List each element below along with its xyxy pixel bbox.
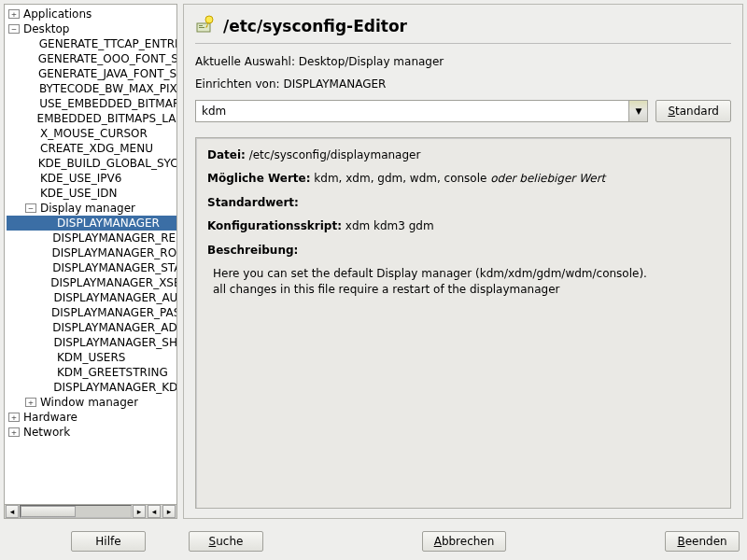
- expand-icon[interactable]: +: [25, 398, 36, 407]
- tree-item[interactable]: DISPLAYMANAGER_XSERVER_TCP_PORT_6000_OPE…: [7, 275, 176, 290]
- tree-item[interactable]: DISPLAYMANAGER_PASSWORD_LESS_LOGIN: [7, 305, 176, 320]
- info-desc-label: Beschreibung:: [207, 244, 298, 257]
- expander-spacer: [25, 84, 35, 93]
- scroll-track[interactable]: [20, 505, 132, 518]
- tree-item[interactable]: +Window manager: [7, 395, 176, 410]
- tree-item-label: DISPLAYMANAGER_XSERVER_TCP_PORT_6000_OPE…: [50, 275, 176, 290]
- tree-item-label: Applications: [23, 7, 92, 21]
- expander-spacer: [25, 54, 35, 63]
- scroll-right-button[interactable]: ▸: [133, 505, 146, 518]
- tree-item-label: X_MOUSE_CURSOR: [40, 126, 148, 141]
- tree-item[interactable]: DISPLAYMANAGER_STARTS_XSERVER: [7, 260, 176, 275]
- tree-item-label: DISPLAYMANAGER_STARTS_XSERVER: [52, 260, 176, 275]
- tree-item[interactable]: −Desktop: [7, 21, 176, 36]
- tree-item[interactable]: BYTECODE_BW_MAX_PIXEL: [7, 81, 176, 96]
- tree-item[interactable]: DISPLAYMANAGER_KDM_THEME: [7, 380, 176, 395]
- tree-item[interactable]: DISPLAYMANAGER_ROOT_LOGIN_REMOTE: [7, 245, 176, 260]
- expand-icon[interactable]: +: [8, 427, 20, 437]
- tree-item[interactable]: CREATE_XDG_MENU: [7, 141, 176, 156]
- value-input[interactable]: [196, 101, 628, 121]
- scroll-left-button[interactable]: ◂: [6, 505, 19, 518]
- expand-icon[interactable]: +: [8, 413, 20, 422]
- tree-item-label: DISPLAYMANAGER_ROOT_LOGIN_REMOTE: [51, 245, 176, 260]
- standard-button[interactable]: Standard: [655, 100, 731, 122]
- value-combobox[interactable]: ▼: [195, 100, 648, 122]
- info-default-label: Standardwert:: [207, 196, 299, 209]
- expander-spacer: [42, 353, 53, 362]
- current-selection-label: Aktuelle Auswahl:: [195, 55, 295, 68]
- tree-horizontal-scrollbar[interactable]: ◂ ▸ ◂ ▸: [4, 504, 177, 519]
- expand-icon[interactable]: +: [8, 9, 20, 19]
- expander-spacer: [25, 189, 36, 198]
- svg-rect-2: [199, 27, 204, 28]
- expander-spacer: [25, 114, 34, 123]
- tree-item[interactable]: X_MOUSE_CURSOR: [7, 126, 176, 141]
- expander-spacer: [42, 248, 48, 258]
- tree-item-label: DISPLAYMANAGER_KDM_THEME: [53, 380, 176, 395]
- title-separator: [195, 43, 731, 44]
- tree-item-label: KDE_USE_IDN: [40, 186, 117, 201]
- tree-item[interactable]: GENERATE_JAVA_FONT_SETUP: [7, 66, 176, 81]
- collapse-icon[interactable]: −: [8, 24, 20, 34]
- tree-item[interactable]: +Hardware: [7, 410, 176, 425]
- tree-item-label: CREATE_XDG_MENU: [40, 141, 153, 156]
- tree-item[interactable]: DISPLAYMANAGER_AUTOLOGIN: [7, 290, 176, 305]
- info-possible-label: Mögliche Werte:: [207, 172, 311, 185]
- tree-item[interactable]: +Network: [7, 425, 176, 440]
- tree-item[interactable]: EMBEDDED_BITMAPS_LANGUAGES: [7, 111, 176, 126]
- tree-item-label: DISPLAYMANAGER_AD_INTEGRATION: [52, 320, 176, 335]
- tree-item-label: Desktop: [23, 21, 70, 36]
- expander-spacer: [25, 69, 35, 78]
- collapse-icon[interactable]: −: [25, 203, 36, 213]
- chevron-down-icon: ▼: [635, 106, 641, 116]
- tree-item[interactable]: KDE_BUILD_GLOBAL_SYCOCRA: [7, 156, 176, 171]
- info-description: Here you can set the default Display man…: [213, 266, 719, 299]
- expander-spacer: [42, 233, 49, 243]
- tree-item[interactable]: GENERATE_OOO_FONT_SETUP: [7, 51, 176, 66]
- tree-item-label: Network: [23, 425, 70, 440]
- current-selection-line: Aktuelle Auswahl: Desktop/Display manage…: [195, 55, 731, 68]
- expander-spacer: [25, 99, 35, 108]
- tree-item[interactable]: KDE_USE_IDN: [7, 186, 176, 201]
- tree-item[interactable]: KDM_GREETSTRING: [7, 365, 176, 380]
- config-tree[interactable]: +Applications−DesktopGENERATE_TTCAP_ENTR…: [4, 4, 177, 504]
- tree-item[interactable]: DISPLAYMANAGER_REMOTE_ACCESS: [7, 231, 176, 245]
- expander-spacer: [25, 39, 35, 49]
- tree-item[interactable]: DISPLAYMANAGER: [7, 216, 176, 231]
- tree-item[interactable]: KDE_USE_IPV6: [7, 171, 176, 186]
- configure-label: Einrichten von:: [195, 77, 280, 91]
- expander-spacer: [25, 159, 35, 168]
- finish-button[interactable]: Beenden: [665, 531, 740, 552]
- config-tree-panel: +Applications−DesktopGENERATE_TTCAP_ENTR…: [4, 4, 177, 519]
- scroll-leftmost-button[interactable]: ◂: [148, 505, 161, 518]
- expander-spacer: [42, 218, 53, 228]
- info-script-label: Konfigurationsskript:: [207, 219, 342, 232]
- tree-item-label: KDM_GREETSTRING: [57, 365, 168, 380]
- tree-item-label: BYTECODE_BW_MAX_PIXEL: [39, 81, 176, 96]
- tree-item[interactable]: DISPLAYMANAGER_AD_INTEGRATION: [7, 320, 176, 335]
- info-possible-value: kdm, xdm, gdm, wdm, console: [314, 172, 486, 185]
- expander-spacer: [25, 174, 36, 183]
- tree-item-label: KDE_BUILD_GLOBAL_SYCOCRA: [38, 156, 176, 171]
- tree-item-label: GENERATE_OOO_FONT_SETUP: [38, 51, 176, 66]
- scroll-rightmost-button[interactable]: ▸: [162, 505, 176, 518]
- tree-item-label: KDE_USE_IPV6: [40, 171, 121, 186]
- cancel-button[interactable]: Abbrechen: [422, 531, 507, 552]
- svg-point-3: [205, 16, 213, 23]
- info-file-label: Datei:: [207, 148, 246, 161]
- tree-item-label: DISPLAYMANAGER_SHUTDOWN: [53, 335, 176, 350]
- tree-item-label: GENERATE_TTCAP_ENTRIES: [39, 36, 176, 51]
- tree-item[interactable]: −Display manager: [7, 201, 176, 216]
- configure-label-line: Einrichten von: DISPLAYMANAGER: [195, 77, 731, 91]
- search-button[interactable]: Suche: [189, 531, 263, 552]
- tree-item[interactable]: KDM_USERS: [7, 350, 176, 365]
- combobox-dropdown-button[interactable]: ▼: [628, 101, 647, 121]
- scroll-thumb[interactable]: [21, 506, 76, 517]
- tree-item[interactable]: +Applications: [7, 7, 176, 21]
- page-title: /etc/sysconfig-Editor: [223, 17, 407, 35]
- tree-item[interactable]: USE_EMBEDDED_BITMAPS: [7, 96, 176, 111]
- help-button[interactable]: Hilfe: [71, 531, 146, 552]
- tree-item[interactable]: DISPLAYMANAGER_SHUTDOWN: [7, 335, 176, 350]
- expander-spacer: [42, 278, 47, 287]
- tree-item[interactable]: GENERATE_TTCAP_ENTRIES: [7, 36, 176, 51]
